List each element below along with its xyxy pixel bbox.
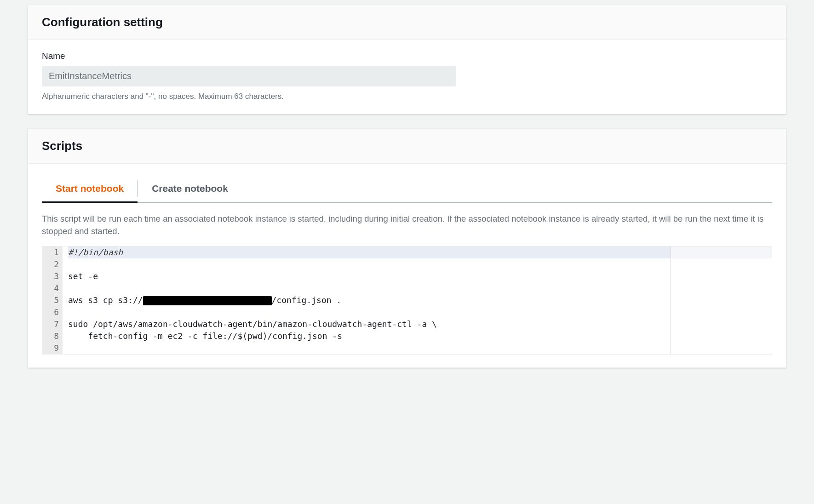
scripts-panel: Scripts Start notebook Create notebook T… (28, 128, 786, 368)
code-gutter: 1 2 3 4 5 6 7 8 9 (42, 246, 63, 354)
code-line[interactable] (68, 306, 671, 318)
tab-create-notebook[interactable]: Create notebook (138, 175, 242, 202)
code-line[interactable]: aws s3 cp s3:///config.json . (68, 294, 671, 306)
code-right-gutter (671, 246, 772, 354)
line-number: 4 (46, 282, 59, 294)
line-number: 1 (46, 246, 59, 258)
code-line[interactable]: set -e (68, 270, 671, 282)
line-number: 7 (46, 318, 59, 330)
code-line[interactable] (68, 282, 671, 294)
scripts-panel-body: Start notebook Create notebook This scri… (28, 164, 786, 367)
scripts-title: Scripts (42, 139, 772, 153)
code-lines[interactable]: #!/bin/bash set -e aws s3 cp s3:///confi… (63, 246, 671, 354)
tab-start-notebook[interactable]: Start notebook (42, 175, 138, 202)
redacted-segment (143, 296, 272, 305)
line-number: 6 (46, 306, 59, 318)
code-editor[interactable]: 1 2 3 4 5 6 7 8 9 #!/bin/bash set -e aws… (42, 246, 772, 355)
scripts-panel-header: Scripts (28, 129, 786, 164)
name-input[interactable] (42, 66, 456, 86)
configuration-panel-body: Name Alphanumeric characters and "-", no… (28, 40, 786, 114)
code-line[interactable]: fetch-config -m ec2 -c file://$(pwd)/con… (68, 330, 671, 342)
code-line[interactable]: sudo /opt/aws/amazon-cloudwatch-agent/bi… (68, 318, 671, 330)
code-line[interactable]: #!/bin/bash (68, 246, 671, 258)
scripts-tabs: Start notebook Create notebook (42, 175, 772, 203)
line-number: 2 (46, 258, 59, 270)
script-description: This script will be run each time an ass… (42, 213, 772, 238)
line-number: 3 (46, 270, 59, 282)
line-number: 8 (46, 330, 59, 342)
configuration-title: Configuration setting (42, 15, 772, 29)
line-number: 5 (46, 294, 59, 306)
code-line[interactable] (68, 258, 671, 270)
configuration-panel-header: Configuration setting (28, 5, 786, 40)
line-number: 9 (46, 342, 59, 354)
code-line[interactable] (68, 342, 671, 354)
name-hint: Alphanumeric characters and "-", no spac… (42, 92, 772, 101)
name-label: Name (42, 51, 772, 61)
configuration-panel: Configuration setting Name Alphanumeric … (28, 5, 786, 115)
